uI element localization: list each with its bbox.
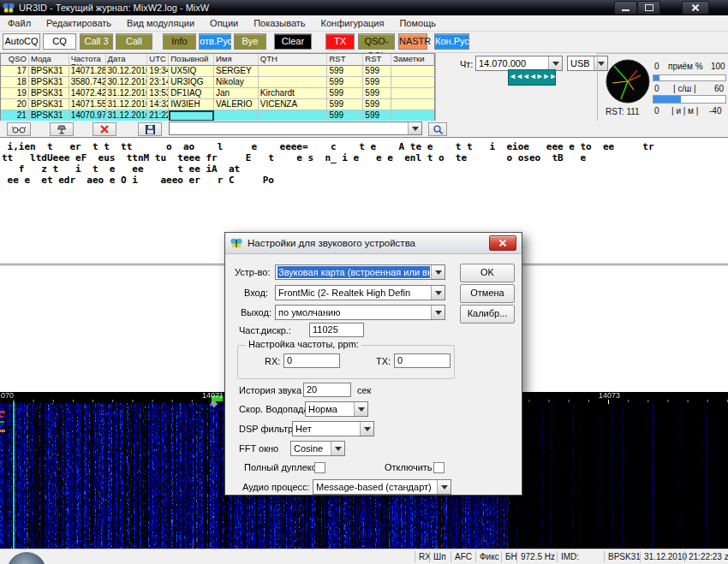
table-row[interactable]: 18BPSK313580.74230.12.201023:14:UR3IQGNi…: [1, 77, 434, 88]
call-button[interactable]: Call: [116, 33, 152, 50]
table-row[interactable]: 17BPSK3114071.28630.12.201019:34:UX5IQSE…: [1, 66, 434, 77]
dialog-title-bar[interactable]: Настройки для звукового устройства: [225, 233, 522, 254]
autocq-button[interactable]: AutoCQ: [3, 33, 40, 50]
decoded-text-line: tt ltdUeee eF eus ttnM tu teee fr E t e …: [2, 152, 726, 163]
column-header[interactable]: Заметки: [391, 54, 434, 66]
rx-ppm-field[interactable]: 0: [283, 353, 340, 368]
waterfall-speed-combobox[interactable]: Норма: [305, 401, 368, 417]
tune-step-buttons[interactable]: ◄◄◄◄►►►►: [508, 69, 556, 86]
input-combobox[interactable]: FrontMic (2- Realtek High Defin: [275, 285, 445, 300]
log-panel: QSO Мода Частота RX Дата UTC Позывной Им…: [0, 53, 728, 121]
dropdown-arrow-icon[interactable]: [431, 306, 445, 319]
column-header[interactable]: Мода: [29, 54, 69, 66]
menu-options[interactable]: Опции: [202, 16, 246, 30]
qso-qsl-button[interactable]: QSO-QSL: [358, 33, 395, 50]
table-row[interactable]: 20BPSK3114071.55131.12.201014:32:IW3IEHV…: [1, 99, 434, 110]
call3-button[interactable]: Call 3: [80, 33, 113, 50]
nastr-button[interactable]: NASTR: [398, 33, 427, 50]
disable-label: Отключить: [385, 462, 433, 472]
save-qso-button[interactable]: [138, 122, 162, 136]
column-header[interactable]: Позывной: [169, 54, 214, 66]
device-combobox[interactable]: Звуковая карта (встроенная или внешняя: [275, 264, 445, 280]
status-audio-freq[interactable]: 972.5 Hz: [516, 551, 559, 562]
log-header-row: QSO Мода Частота RX Дата UTC Позывной Им…: [1, 54, 434, 66]
device-label: Устр-во:: [235, 267, 270, 277]
cq-button[interactable]: CQ: [43, 33, 76, 50]
kon-rus-button[interactable]: Кон.Рус: [434, 33, 469, 50]
column-header[interactable]: QTH: [259, 54, 328, 66]
dropdown-arrow-icon[interactable]: [437, 480, 451, 494]
dsp-filter-label: DSP фильтр: [239, 424, 293, 434]
samplerate-field[interactable]: 11025: [309, 323, 364, 337]
status-lock[interactable]: Фикс: [475, 551, 504, 562]
bye-button[interactable]: Bye: [234, 33, 266, 50]
table-row[interactable]: 19BPSK3114072.42231.12.201013:53:DF1IAQJ…: [1, 88, 434, 99]
input-label: Вход:: [244, 288, 268, 298]
rx-percent-meter: [653, 74, 726, 81]
rx-ppm-label: RX:: [265, 356, 280, 366]
minimize-button[interactable]: [614, 1, 637, 15]
qso-log-table: QSO Мода Частота RX Дата UTC Позывной Им…: [0, 53, 435, 122]
answer-rus-button[interactable]: отв.Рус: [199, 33, 231, 50]
column-header[interactable]: RST прин: [363, 54, 391, 66]
status-afc[interactable]: AFC: [451, 551, 478, 562]
menu-help[interactable]: Помощь: [391, 16, 444, 30]
maximize-button[interactable]: [637, 1, 660, 15]
history-field[interactable]: 20: [303, 383, 351, 397]
disable-checkbox[interactable]: [433, 462, 445, 473]
history-label: История звука: [239, 385, 301, 395]
output-combobox[interactable]: по умолчанию: [275, 305, 445, 320]
status-squelch[interactable]: Шп: [429, 551, 453, 562]
column-header[interactable]: RST перед: [327, 54, 363, 66]
ok-button[interactable]: OK: [460, 264, 515, 282]
column-header[interactable]: UTC: [147, 54, 169, 66]
close-button[interactable]: [682, 1, 709, 15]
fft-window-combobox[interactable]: Cosine: [290, 441, 345, 456]
full-duplex-label: Полный дуплекс: [244, 462, 316, 472]
column-header[interactable]: Дата: [106, 54, 148, 66]
lamp-button[interactable]: [50, 122, 74, 136]
menu-configuration[interactable]: Конфигурация: [313, 16, 392, 30]
dropdown-arrow-icon[interactable]: [408, 122, 421, 134]
menu-file[interactable]: Файл: [0, 16, 39, 30]
status-mode[interactable]: BPSK31: [604, 551, 642, 562]
callsign-toolbar: [0, 121, 728, 138]
dropdown-arrow-icon[interactable]: [360, 422, 373, 436]
callsign-combobox[interactable]: [169, 122, 422, 135]
rx-percent-label: приём %: [668, 62, 703, 71]
samplerate-label: Част.дискр.:: [239, 325, 291, 335]
tx-button[interactable]: TX: [325, 33, 355, 50]
info-button[interactable]: Info: [163, 33, 196, 50]
column-header[interactable]: QSO: [1, 54, 29, 66]
menu-mode-view[interactable]: Вид модуляции: [119, 16, 202, 30]
output-label: Выход:: [241, 307, 272, 318]
full-duplex-checkbox[interactable]: [314, 462, 325, 473]
audio-process-combobox[interactable]: Message-based (стандарт): [313, 479, 451, 495]
dropdown-arrow-icon[interactable]: [331, 442, 344, 455]
browse-log-button[interactable]: [7, 122, 31, 136]
snr-label: | с/ш |: [673, 84, 696, 93]
column-header[interactable]: Имя: [214, 54, 259, 66]
dsp-filter-combobox[interactable]: Нет: [292, 421, 374, 436]
cancel-button[interactable]: Отмена: [460, 284, 515, 303]
dropdown-arrow-icon[interactable]: [431, 286, 445, 300]
clear-button[interactable]: Clear: [274, 33, 312, 50]
rst-readout: RST: 111: [606, 107, 640, 116]
decoded-text-line: f z t i t e ee t ee iA at: [2, 163, 726, 175]
waterfall-freq-label: 14071: [202, 392, 224, 400]
column-header[interactable]: Частота RX: [69, 54, 106, 66]
dialog-close-button[interactable]: [489, 235, 516, 251]
calibrate-button[interactable]: Калибр...: [460, 305, 515, 324]
menu-show[interactable]: Показывать: [246, 16, 313, 30]
dropdown-arrow-icon[interactable]: [354, 402, 367, 416]
waterfall-freq-label: 070: [1, 392, 14, 400]
dropdown-arrow-icon[interactable]: [548, 56, 562, 70]
delete-qso-button[interactable]: [92, 122, 116, 136]
tx-ppm-field[interactable]: 0: [394, 353, 451, 368]
menu-edit[interactable]: Редактировать: [39, 16, 119, 30]
search-button[interactable]: [428, 122, 447, 136]
tuning-scope: [606, 59, 650, 104]
dropdown-arrow-icon[interactable]: [431, 265, 445, 279]
ppm-group-label: Настройка частоты, ppm:: [246, 339, 361, 349]
close-icon: [498, 239, 507, 247]
